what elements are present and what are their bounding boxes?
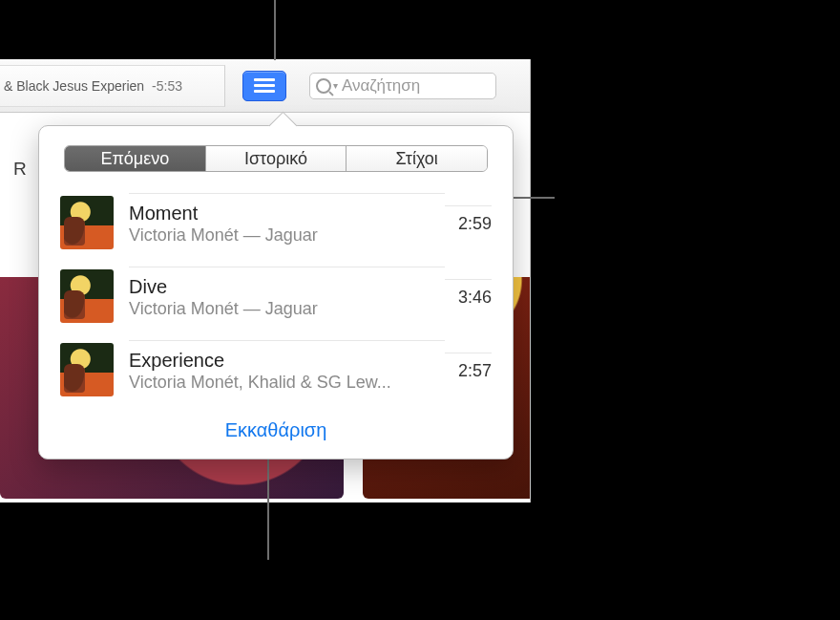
track-title: Moment xyxy=(129,202,445,224)
track-artwork xyxy=(60,343,114,396)
search-icon xyxy=(316,78,331,94)
callout-line xyxy=(274,0,276,60)
tab-up-next[interactable]: Επόμενο xyxy=(65,146,206,171)
track-title: Experience xyxy=(129,349,445,372)
toolbar: & Black Jesus Experien -5:53 ▾ Αναζήτηση xyxy=(0,59,531,113)
tab-lyrics[interactable]: Στίχοι xyxy=(346,146,487,171)
now-playing-lcd[interactable]: & Black Jesus Experien -5:53 xyxy=(0,65,225,107)
queue-item[interactable]: Moment Victoria Monét — Jaguar 2:59 xyxy=(54,185,497,259)
list-icon xyxy=(254,90,275,93)
track-artist: Victoria Monét — Jaguar xyxy=(129,224,445,246)
up-next-popover: Επόμενο Ιστορικό Στίχοι Moment Victoria … xyxy=(38,125,514,460)
chevron-down-icon: ▾ xyxy=(333,80,338,91)
up-next-button[interactable] xyxy=(242,71,286,101)
track-duration: 2:59 xyxy=(445,205,492,240)
track-artwork xyxy=(60,269,114,323)
track-title: Dive xyxy=(129,275,445,298)
track-duration: 2:57 xyxy=(445,353,492,387)
callout-line xyxy=(267,457,269,560)
track-duration: 3:46 xyxy=(445,279,492,313)
segmented-control: Επόμενο Ιστορικό Στίχοι xyxy=(64,145,488,172)
queue-item[interactable]: Dive Victoria Monét — Jaguar 3:46 xyxy=(54,259,497,332)
now-playing-remaining: -5:53 xyxy=(152,78,182,94)
queue-list: Moment Victoria Monét — Jaguar 2:59 Dive… xyxy=(54,185,497,406)
queue-item[interactable]: Experience Victoria Monét, Khalid & SG L… xyxy=(54,332,497,406)
clear-queue-link[interactable]: Εκκαθάριση xyxy=(54,419,497,441)
track-artwork xyxy=(60,196,114,249)
now-playing-title: & Black Jesus Experien xyxy=(4,78,144,94)
list-icon xyxy=(254,84,275,87)
track-artist: Victoria Monét — Jaguar xyxy=(129,298,445,319)
tab-radio-fragment[interactable]: R xyxy=(13,159,27,180)
search-input[interactable]: ▾ Αναζήτηση xyxy=(309,73,496,99)
tab-history[interactable]: Ιστορικό xyxy=(206,146,347,171)
list-icon xyxy=(254,78,275,81)
search-placeholder: Αναζήτηση xyxy=(342,76,420,96)
track-artist: Victoria Monét, Khalid & SG Lew... xyxy=(129,372,445,393)
